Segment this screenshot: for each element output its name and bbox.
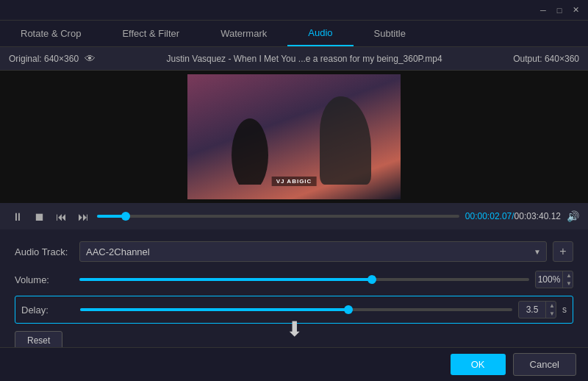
next-button[interactable]: ⏭ — [75, 210, 91, 223]
tab-bar: Rotate & Crop Effect & Filter Watermark … — [0, 21, 588, 47]
delay-slider[interactable] — [80, 308, 512, 311]
volume-value-box: ▲ ▼ — [535, 271, 573, 288]
cancel-button[interactable]: Cancel — [513, 353, 576, 376]
volume-label: Volume: — [15, 274, 74, 285]
bottom-bar: OK Cancel — [0, 347, 588, 381]
maximize-button[interactable]: □ — [553, 4, 566, 17]
volume-thumb — [368, 275, 376, 284]
time-display: 00:00:02.07/00:03:40.12 — [465, 211, 561, 221]
delay-unit-label: s — [562, 305, 567, 315]
ok-button[interactable]: OK — [451, 354, 506, 375]
volume-up-button[interactable]: ▲ — [563, 271, 573, 279]
stop-button[interactable]: ⏹ — [31, 210, 47, 223]
pause-button[interactable]: ⏸ — [9, 210, 25, 223]
output-resolution: Output: 640×360 — [513, 54, 579, 64]
audio-track-select-wrapper: AAC-2Channel AAC-Stereo MP3 ▼ — [79, 241, 547, 262]
tab-effect-filter[interactable]: Effect & Filter — [101, 21, 200, 46]
tab-audio[interactable]: Audio — [287, 21, 353, 46]
titlebar: ─ □ ✕ — [0, 0, 588, 21]
volume-down-button[interactable]: ▼ — [563, 279, 573, 288]
volume-icon[interactable]: 🔊 — [567, 210, 579, 222]
video-preview: VJ ABIGIC — [187, 74, 401, 199]
volume-row: Volume: ▲ ▼ — [15, 271, 573, 288]
audio-track-select[interactable]: AAC-2Channel AAC-Stereo MP3 — [79, 241, 547, 262]
original-resolution: Original: 640×360 — [9, 54, 79, 64]
volume-fill — [79, 278, 372, 281]
audio-track-label: Audio Track: — [15, 246, 74, 257]
delay-thumb — [344, 305, 353, 314]
tab-watermark[interactable]: Watermark — [200, 21, 287, 46]
delay-input[interactable] — [519, 302, 545, 318]
close-button[interactable]: ✕ — [569, 4, 582, 17]
add-track-button[interactable]: + — [553, 241, 573, 262]
volume-input[interactable] — [536, 271, 562, 288]
delay-up-button[interactable]: ▲ — [546, 302, 556, 310]
filename-label: Justin Vasquez - When I Met You ...e a r… — [167, 54, 442, 64]
volume-spinner: ▲ ▼ — [562, 271, 573, 288]
tab-subtitle[interactable]: Subtitle — [354, 21, 426, 46]
prev-button[interactable]: ⏮ — [53, 210, 69, 223]
eye-icon[interactable]: 👁 — [85, 52, 96, 65]
video-container: VJ ABIGIC — [0, 71, 588, 203]
audio-track-row: Audio Track: AAC-2Channel AAC-Stereo MP3… — [15, 241, 573, 262]
delay-label: Delay: — [21, 305, 74, 316]
watermark-label: VJ ABIGIC — [272, 177, 317, 186]
tab-rotate-crop[interactable]: Rotate & Crop — [0, 21, 101, 46]
down-arrow-container: ⬇ — [286, 317, 303, 341]
minimize-button[interactable]: ─ — [537, 4, 550, 17]
info-bar: Original: 640×360 👁 Justin Vasquez - Whe… — [0, 47, 588, 71]
progress-bar[interactable] — [97, 215, 459, 218]
delay-row: Delay: ▲ ▼ s — [21, 301, 567, 318]
down-arrow-icon: ⬇ — [286, 317, 303, 341]
volume-slider[interactable] — [79, 278, 529, 281]
progress-thumb — [121, 212, 130, 221]
delay-value-box: ▲ ▼ — [518, 301, 556, 318]
delay-fill — [80, 308, 348, 311]
delay-spinner: ▲ ▼ — [545, 302, 556, 318]
controls-bar: ⏸ ⏹ ⏮ ⏭ 00:00:02.07/00:03:40.12 🔊 — [0, 203, 588, 229]
delay-down-button[interactable]: ▼ — [546, 310, 556, 318]
